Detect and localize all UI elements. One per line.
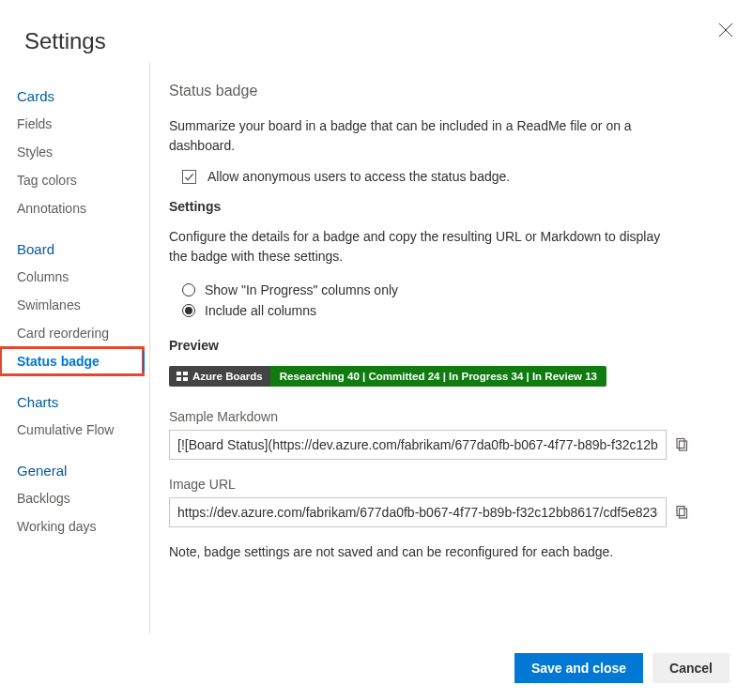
section-description: Summarize your board in a badge that can… (169, 116, 676, 156)
copy-markdown-icon[interactable] (674, 437, 689, 452)
allow-anonymous-checkbox[interactable] (182, 170, 196, 184)
settings-description: Configure the details for a badge and co… (169, 227, 676, 266)
sidebar-item-working-days[interactable]: Working days (0, 512, 149, 540)
settings-subheading: Settings (169, 199, 729, 214)
svg-rect-5 (183, 377, 188, 381)
column-option-group: Show "In Progress" columns only Include … (169, 280, 729, 321)
sidebar-group-cards: Cards (0, 83, 149, 110)
svg-rect-7 (680, 441, 687, 450)
svg-rect-3 (183, 372, 188, 375)
cancel-button[interactable]: Cancel (652, 653, 729, 683)
radio-include-all[interactable]: Include all columns (182, 300, 729, 321)
radio-in-progress-only[interactable]: Show "In Progress" columns only (182, 280, 729, 300)
sidebar-item-styles[interactable]: Styles (0, 138, 149, 166)
save-and-close-button[interactable]: Save and close (514, 653, 643, 683)
svg-rect-9 (680, 509, 687, 518)
badge-left-label: Azure Boards (192, 371, 263, 382)
close-icon[interactable] (714, 19, 729, 34)
svg-rect-2 (176, 372, 181, 375)
svg-rect-4 (176, 377, 181, 381)
settings-content: Status badge Summarize your board in a b… (150, 62, 752, 634)
sidebar-item-card-reordering[interactable]: Card reordering (0, 319, 149, 347)
azure-boards-icon (176, 371, 188, 382)
sidebar-item-cumulative-flow[interactable]: Cumulative Flow (0, 416, 149, 444)
preview-subheading: Preview (169, 338, 729, 353)
settings-sidebar: Cards Fields Styles Tag colors Annotatio… (0, 62, 150, 634)
radio-label-all: Include all columns (205, 303, 316, 318)
sidebar-group-general: General (0, 457, 149, 484)
radio-label-in-progress: Show "In Progress" columns only (205, 282, 398, 297)
radio-icon (182, 283, 195, 297)
sidebar-group-charts: Charts (0, 388, 149, 416)
sample-markdown-input[interactable] (169, 430, 667, 460)
sidebar-item-annotations[interactable]: Annotations (0, 194, 149, 222)
image-url-label: Image URL (169, 477, 729, 492)
sidebar-item-columns[interactable]: Columns (0, 263, 149, 291)
sidebar-item-tag-colors[interactable]: Tag colors (0, 166, 149, 194)
sidebar-item-backlogs[interactable]: Backlogs (0, 484, 149, 512)
sidebar-item-fields[interactable]: Fields (0, 110, 149, 138)
copy-url-icon[interactable] (674, 505, 689, 520)
section-heading: Status badge (169, 83, 729, 99)
radio-icon (182, 304, 195, 317)
sidebar-group-board: Board (0, 236, 149, 263)
sidebar-item-swimlanes[interactable]: Swimlanes (0, 291, 149, 319)
badge-left: Azure Boards (169, 366, 270, 387)
badge-right: Researching 40 | Committed 24 | In Progr… (270, 366, 606, 387)
allow-anonymous-label: Allow anonymous users to access the stat… (207, 169, 510, 184)
sample-markdown-label: Sample Markdown (169, 409, 729, 424)
svg-rect-8 (677, 507, 684, 516)
status-badge-preview: Azure Boards Researching 40 | Committed … (169, 366, 606, 387)
svg-rect-6 (677, 439, 684, 449)
image-url-input[interactable] (169, 497, 667, 527)
badge-note: Note, badge settings are not saved and c… (169, 544, 729, 559)
sidebar-item-status-badge[interactable]: Status badge (0, 347, 144, 375)
dialog-title: Settings (24, 28, 106, 54)
badge-right-label: Researching 40 | Committed 24 | In Progr… (280, 371, 597, 382)
